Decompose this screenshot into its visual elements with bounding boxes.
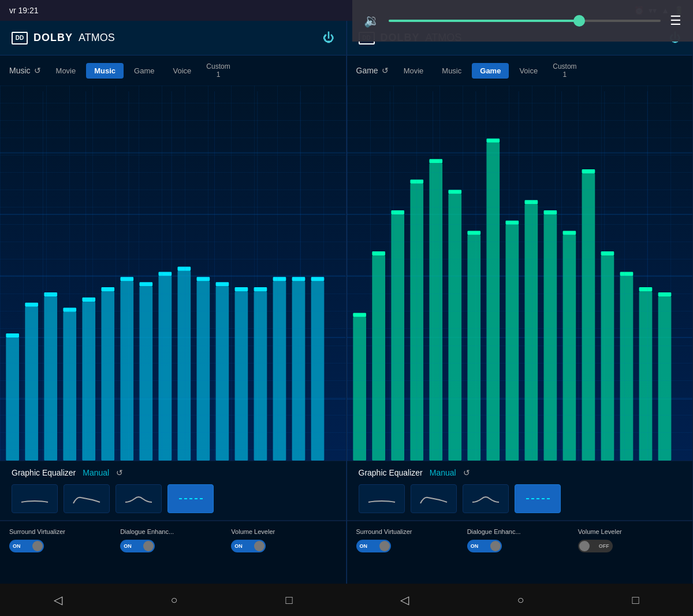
svg-rect-94 bbox=[639, 287, 652, 291]
volume-icon: 🔉 bbox=[364, 13, 379, 28]
right-surround-toggle-container: ON bbox=[356, 540, 461, 552]
right-nav-home[interactable]: ○ bbox=[505, 589, 535, 611]
right-dialogue-toggle[interactable]: ON bbox=[467, 540, 502, 552]
left-eq-presets bbox=[12, 484, 334, 513]
left-eq-label: Graphic Equalizer bbox=[12, 468, 76, 477]
right-eq-refresh[interactable]: ↺ bbox=[463, 468, 470, 477]
svg-rect-21 bbox=[82, 298, 95, 302]
left-dialogue-label: Dialogue Enhanc... bbox=[120, 528, 225, 535]
left-preset-flat[interactable] bbox=[12, 484, 58, 513]
svg-rect-20 bbox=[82, 302, 95, 461]
right-volume-knob bbox=[579, 541, 590, 551]
svg-rect-78 bbox=[486, 139, 500, 143]
right-tab-music[interactable]: Music bbox=[434, 63, 470, 79]
right-dialogue-toggle-container: ON bbox=[467, 540, 572, 552]
svg-rect-92 bbox=[620, 272, 633, 276]
left-feature-dialogue: Dialogue Enhanc... ON bbox=[120, 528, 225, 552]
svg-rect-79 bbox=[505, 225, 519, 461]
right-nav-back[interactable]: ◁ bbox=[389, 588, 420, 611]
svg-rect-30 bbox=[178, 271, 191, 461]
nav-bar: ◁ ○ □ ◁ ○ □ bbox=[0, 584, 693, 616]
volume-eq-icon[interactable]: ☰ bbox=[670, 13, 681, 28]
left-tab-game[interactable]: Game bbox=[126, 63, 162, 79]
left-dialogue-toggle-container: ON bbox=[120, 540, 225, 552]
left-feature-surround: Surround Virtualizer ON bbox=[9, 528, 114, 552]
right-eq-label: Graphic Equalizer bbox=[359, 468, 423, 477]
left-tab-movie[interactable]: Movie bbox=[48, 63, 84, 79]
left-feature-volume: Volume Leveler ON bbox=[231, 528, 336, 552]
right-preset-peak[interactable] bbox=[463, 484, 509, 513]
left-volume-toggle[interactable]: ON bbox=[231, 540, 266, 552]
svg-rect-32 bbox=[197, 281, 210, 461]
left-tab-voice[interactable]: Voice bbox=[165, 63, 200, 79]
svg-rect-75 bbox=[467, 235, 480, 461]
left-nav-back[interactable]: ◁ bbox=[42, 588, 74, 611]
left-volume-toggle-container: ON bbox=[231, 540, 336, 552]
left-controls-section: Graphic Equalizer Manual ↺ bbox=[0, 461, 346, 520]
right-panel: DD DOLBY ATMOS ⏻ Game ↺ Movie Music Game… bbox=[347, 21, 694, 584]
right-nav-recents[interactable]: □ bbox=[620, 589, 650, 611]
right-feature-volume: Volume Leveler OFF bbox=[578, 528, 683, 552]
left-tab-custom[interactable]: Custom1 bbox=[202, 60, 234, 81]
right-features-section: Surround Virtualizer ON Dialogue Enhanc.… bbox=[347, 520, 693, 584]
left-preset-bass[interactable] bbox=[64, 484, 110, 513]
left-features-section: Surround Virtualizer ON Dialogue Enhanc.… bbox=[0, 520, 346, 584]
right-tab-voice[interactable]: Voice bbox=[511, 63, 546, 79]
right-tab-game[interactable]: Game bbox=[472, 63, 509, 79]
right-volume-label: Volume Leveler bbox=[578, 528, 683, 535]
left-power-button[interactable]: ⏻ bbox=[323, 31, 334, 44]
left-tab-bar: Music ↺ Movie Music Game Voice Custom1 bbox=[0, 55, 346, 86]
left-volume-label: Volume Leveler bbox=[231, 528, 336, 535]
svg-rect-86 bbox=[562, 231, 576, 235]
volume-slider-track[interactable] bbox=[389, 20, 661, 22]
left-nav-recents[interactable]: □ bbox=[274, 589, 304, 611]
left-dolby-brand: DOLBY bbox=[33, 32, 73, 44]
right-volume-off-label: OFF bbox=[599, 543, 609, 549]
svg-rect-29 bbox=[158, 272, 172, 276]
right-eq-mode[interactable]: Manual bbox=[430, 468, 456, 477]
right-preset-flat[interactable] bbox=[359, 484, 405, 513]
svg-rect-41 bbox=[273, 277, 286, 281]
left-refresh-icon[interactable]: ↺ bbox=[34, 66, 41, 75]
right-surround-label: Surround Virtualizer bbox=[356, 528, 461, 535]
right-preset-bass[interactable] bbox=[411, 484, 457, 513]
svg-rect-43 bbox=[292, 277, 305, 281]
svg-rect-26 bbox=[139, 286, 152, 461]
right-feature-dialogue: Dialogue Enhanc... ON bbox=[467, 528, 572, 552]
svg-rect-81 bbox=[524, 204, 538, 461]
left-preset-peak[interactable] bbox=[116, 484, 162, 513]
right-eq-label-row: Graphic Equalizer Manual ↺ bbox=[359, 468, 681, 477]
right-refresh-icon[interactable]: ↺ bbox=[382, 66, 389, 75]
left-tab-music[interactable]: Music bbox=[86, 63, 124, 79]
svg-rect-15 bbox=[25, 303, 38, 307]
left-dialogue-knob bbox=[143, 541, 154, 551]
right-surround-toggle[interactable]: ON bbox=[356, 540, 391, 552]
right-volume-toggle[interactable]: OFF bbox=[578, 540, 613, 552]
left-surround-knob bbox=[32, 541, 43, 551]
svg-rect-84 bbox=[543, 210, 557, 214]
left-eq-mode[interactable]: Manual bbox=[83, 468, 109, 477]
right-dialogue-on-label: ON bbox=[471, 543, 479, 549]
svg-rect-16 bbox=[44, 296, 57, 461]
svg-rect-63 bbox=[353, 317, 366, 461]
left-eq-refresh[interactable]: ↺ bbox=[116, 468, 123, 477]
left-panel: DD DOLBY ATMOS ⏻ Music ↺ Movie Music Gam… bbox=[0, 21, 346, 584]
right-tab-movie[interactable]: Movie bbox=[396, 63, 432, 79]
left-eq-label-row: Graphic Equalizer Manual ↺ bbox=[12, 468, 334, 477]
left-nav-home[interactable]: ○ bbox=[159, 589, 189, 611]
right-tab-custom[interactable]: Custom1 bbox=[548, 60, 581, 81]
left-surround-toggle[interactable]: ON bbox=[9, 540, 44, 552]
left-surround-toggle-container: ON bbox=[9, 540, 114, 552]
svg-rect-13 bbox=[6, 333, 19, 337]
svg-rect-38 bbox=[254, 291, 267, 461]
left-app-header: DD DOLBY ATMOS ⏻ bbox=[0, 21, 346, 55]
svg-rect-12 bbox=[6, 337, 19, 461]
svg-rect-91 bbox=[620, 276, 633, 461]
svg-rect-44 bbox=[311, 281, 325, 461]
left-dialogue-toggle[interactable]: ON bbox=[120, 540, 155, 552]
left-surround-on-label: ON bbox=[13, 543, 21, 549]
right-preset-custom[interactable] bbox=[515, 484, 561, 513]
left-preset-custom[interactable] bbox=[167, 484, 214, 513]
svg-rect-68 bbox=[391, 210, 404, 214]
svg-rect-89 bbox=[601, 255, 614, 461]
